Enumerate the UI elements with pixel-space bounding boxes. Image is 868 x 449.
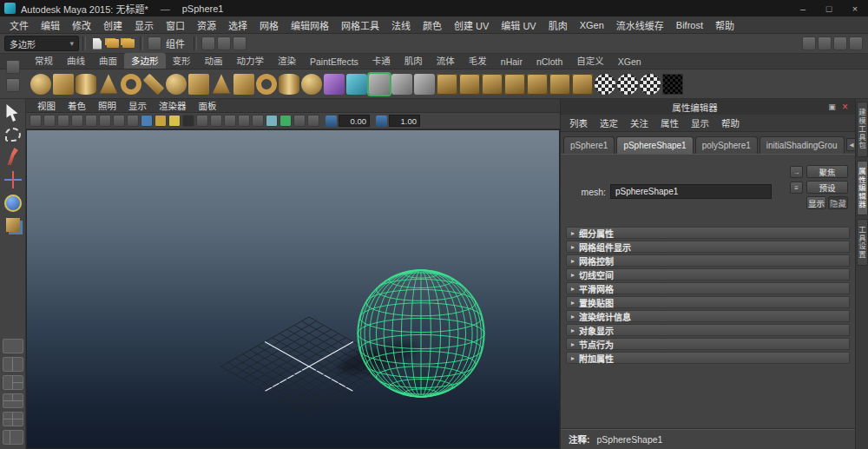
gamma-field[interactable]: 1.00	[376, 115, 420, 127]
bevel-icon[interactable]	[504, 74, 525, 95]
menu-item[interactable]: 帮助	[709, 18, 740, 32]
presets-button[interactable]: 预设	[806, 181, 848, 194]
menu-item[interactable]: 肌肉	[542, 18, 574, 32]
poly-cylinder-icon[interactable]	[76, 74, 96, 95]
attribute-editor-tab[interactable]: initialShadingGrou	[760, 136, 845, 154]
selection-mask-dropdown[interactable]: 多边形	[4, 36, 79, 51]
notes-value[interactable]: pSphereShape1	[597, 434, 663, 445]
select-tool-icon[interactable]	[4, 104, 22, 122]
shelf-tab[interactable]: 曲线	[60, 53, 92, 69]
poly-soccer-ball-icon[interactable]	[301, 74, 322, 95]
attribute-editor-menu-item[interactable]: 关注	[624, 116, 654, 129]
select-by-object-icon[interactable]	[233, 36, 247, 50]
three-pane-left-layout-button[interactable]	[3, 375, 23, 390]
attribute-editor-tab[interactable]: polySphere1	[695, 136, 758, 154]
shelf-tab[interactable]: 卡通	[365, 53, 398, 69]
grid-toggle-icon[interactable]	[30, 115, 42, 127]
attribute-editor-tab[interactable]: pSphereShape1	[616, 136, 693, 154]
multi-cut-tool-icon[interactable]	[369, 74, 390, 95]
mirror-geometry-icon[interactable]	[549, 74, 570, 95]
shelf-menu-icon[interactable]	[6, 60, 20, 74]
poly-cube-icon[interactable]	[53, 74, 74, 95]
toggle-attribute-editor-icon[interactable]	[818, 36, 832, 50]
outliner-persp-layout-button[interactable]	[3, 430, 23, 445]
use-all-lights-icon[interactable]	[168, 115, 181, 127]
attribute-section-header[interactable]: 平滑网格	[566, 282, 850, 294]
lasso-select-tool-icon[interactable]	[5, 128, 21, 142]
menu-item[interactable]: 网格	[253, 18, 285, 32]
sidebar-vertical-tab[interactable]: 工具设置	[857, 219, 868, 266]
two-pane-layout-button[interactable]	[3, 357, 23, 372]
menu-item[interactable]: 修改	[66, 18, 97, 32]
viewport-canvas[interactable]	[26, 129, 560, 449]
focus-button[interactable]: 聚焦	[806, 165, 848, 178]
shelf-tab[interactable]: 流体	[430, 53, 462, 69]
sidebar-vertical-tab[interactable]: 建模工具包	[857, 102, 868, 157]
attribute-editor-menu-item[interactable]: 选定	[594, 116, 624, 129]
shelf-tab[interactable]: XGen	[611, 56, 648, 69]
uv-checker-icon-3[interactable]	[640, 74, 661, 95]
close-attribute-editor-icon[interactable]: ×	[838, 101, 852, 113]
smooth-sculpt-icon[interactable]	[346, 74, 367, 95]
rotate-tool-icon[interactable]	[4, 195, 22, 212]
attribute-editor-menu-item[interactable]: 帮助	[715, 116, 746, 129]
ambient-occlusion-icon[interactable]	[196, 115, 208, 127]
single-pane-layout-button[interactable]	[3, 339, 23, 353]
menu-item[interactable]: 资源	[191, 18, 222, 32]
wireframe-on-shaded-icon[interactable]	[279, 115, 292, 127]
paint-effects-off-icon[interactable]	[307, 115, 319, 127]
poly-cone-icon[interactable]	[98, 74, 119, 95]
gate-mask-icon[interactable]	[71, 115, 83, 127]
copy-tab-icon[interactable]: ▣	[825, 101, 838, 113]
platonic-solid-icon[interactable]	[188, 74, 209, 95]
menu-item[interactable]: 创建	[97, 18, 128, 32]
menu-item[interactable]: 网格工具	[335, 18, 385, 32]
menu-item[interactable]: 编辑	[35, 18, 66, 32]
extract-icon[interactable]	[437, 74, 457, 95]
sequence-time-icon[interactable]	[238, 115, 250, 127]
highlight-selection-mode-icon[interactable]	[201, 36, 215, 50]
select-node-icon[interactable]: →	[790, 166, 803, 178]
paint-select-tool-icon[interactable]	[4, 148, 22, 165]
shelf-tab[interactable]: 自定义	[569, 53, 611, 69]
shelf-tab[interactable]: 动画	[198, 53, 230, 69]
shelf-tab[interactable]: 变形	[166, 53, 198, 69]
menu-item[interactable]: 编辑网格	[285, 18, 335, 32]
default-material-icon[interactable]	[293, 115, 306, 127]
attribute-editor-menu-item[interactable]: 列表	[563, 116, 594, 129]
maximize-button[interactable]: □	[816, 0, 842, 17]
attribute-section-header[interactable]: 细分属性	[566, 227, 850, 239]
safe-title-icon[interactable]	[113, 115, 125, 127]
new-scene-icon[interactable]	[89, 36, 105, 51]
menu-item[interactable]: 文件	[3, 18, 35, 32]
move-tool-icon[interactable]	[4, 171, 22, 188]
attribute-section-header[interactable]: 网格控制	[566, 254, 850, 267]
shelf-tab[interactable]: 渲染	[271, 53, 303, 69]
toggle-modeling-toolkit-icon[interactable]	[802, 36, 816, 50]
attribute-section-header[interactable]: 节点行为	[566, 338, 850, 350]
shadows-icon[interactable]	[182, 115, 194, 127]
hide-button[interactable]: 隐藏	[828, 196, 848, 209]
menu-item[interactable]: 法线	[385, 18, 417, 32]
toggle-tool-settings-icon[interactable]	[833, 36, 847, 50]
shelf-tab[interactable]: 常规	[28, 53, 60, 69]
shelf-tab[interactable]: nHair	[494, 56, 529, 69]
exposure-value[interactable]: 0.00	[339, 115, 370, 127]
viewport-menu-item[interactable]: 渲染器	[153, 99, 193, 112]
four-pane-layout-button[interactable]	[3, 412, 23, 426]
menu-item[interactable]: 流水线缓存	[610, 18, 670, 32]
attribute-section-header[interactable]: 渲染统计信息	[566, 310, 850, 322]
attribute-section-header[interactable]: 对象显示	[566, 324, 850, 336]
bridge-icon[interactable]	[527, 74, 548, 95]
open-scene-icon[interactable]	[105, 36, 121, 51]
menu-item[interactable]: 颜色	[417, 18, 448, 32]
menu-item[interactable]: XGen	[574, 20, 610, 30]
poly-sphere-icon[interactable]	[30, 74, 51, 95]
viewport-menu-item[interactable]: 视图	[31, 99, 62, 112]
viewport-menu-item[interactable]: 着色	[62, 99, 92, 112]
poly-prism-icon[interactable]	[233, 74, 254, 95]
object-mode-icon[interactable]	[148, 36, 161, 50]
attribute-editor-menu-item[interactable]: 显示	[685, 116, 715, 129]
mesh-name-field[interactable]: pSphereShape1	[610, 184, 772, 199]
poly-helix-icon[interactable]	[279, 74, 299, 95]
